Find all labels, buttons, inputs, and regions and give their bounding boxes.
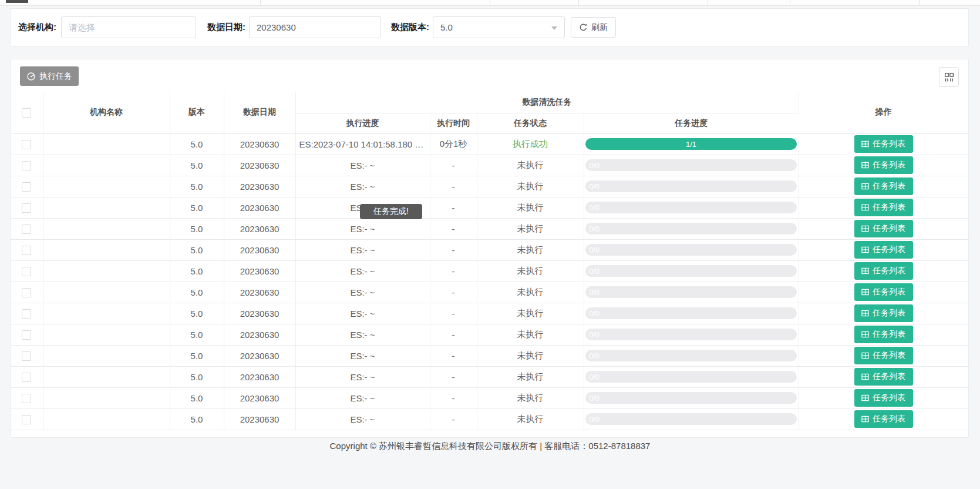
cell-version: 5.0 bbox=[170, 239, 224, 260]
cell-exec-progress: ES:2023-07-10 14:01:58.180 ~ E... bbox=[295, 133, 430, 155]
cell-org-name bbox=[43, 324, 170, 345]
cell-data-date: 20230630 bbox=[224, 366, 295, 387]
select-all-checkbox[interactable] bbox=[22, 108, 31, 118]
cell-task-status: 未执行 bbox=[477, 176, 584, 197]
table-row: 5.020230630ES:- ~-未执行0/0任务列表 bbox=[11, 387, 968, 408]
cell-select bbox=[11, 155, 43, 176]
row-checkbox[interactable] bbox=[22, 373, 31, 382]
cell-org-name bbox=[43, 155, 170, 176]
cell-task-progress: 0/0 bbox=[584, 197, 799, 218]
task-progress-label: 0/0 bbox=[589, 309, 600, 318]
task-progress-label: 0/0 bbox=[589, 373, 600, 381]
row-checkbox[interactable] bbox=[22, 225, 31, 234]
cell-exec-time: - bbox=[430, 176, 477, 197]
cell-select bbox=[11, 197, 43, 218]
row-checkbox[interactable] bbox=[22, 161, 31, 170]
table-row: 5.020230630ES:- ~-未执行0/0任务列表 bbox=[11, 324, 968, 345]
task-list-button[interactable]: 任务列表 bbox=[854, 135, 913, 153]
cell-data-date: 20230630 bbox=[224, 155, 295, 176]
task-list-button[interactable]: 任务列表 bbox=[854, 241, 913, 259]
refresh-label: 刷新 bbox=[591, 22, 608, 33]
task-list-button[interactable]: 任务列表 bbox=[854, 304, 913, 322]
task-progress-label: 0/0 bbox=[589, 225, 600, 233]
task-progress-label: 0/0 bbox=[589, 182, 600, 191]
cell-task-progress: 0/0 bbox=[584, 366, 799, 387]
task-progress-bar: 0/0 bbox=[585, 223, 797, 235]
row-checkbox[interactable] bbox=[22, 288, 31, 297]
cell-org-name bbox=[43, 176, 170, 197]
task-list-button[interactable]: 任务列表 bbox=[854, 262, 913, 280]
cell-task-progress: 0/0 bbox=[584, 155, 799, 176]
header-group-cleaning-task: 数据清洗任务 bbox=[295, 92, 799, 113]
data-date-input[interactable] bbox=[249, 16, 381, 38]
task-list-button[interactable]: 任务列表 bbox=[854, 156, 913, 174]
task-list-button[interactable]: 任务列表 bbox=[854, 347, 913, 364]
table-row: 5.020230630ES:- ~-未执行0/0任务列表 bbox=[11, 176, 968, 197]
task-progress-label: 0/0 bbox=[589, 288, 600, 297]
execute-task-label: 执行任务 bbox=[39, 71, 72, 82]
row-checkbox[interactable] bbox=[22, 351, 31, 361]
task-list-button[interactable]: 任务列表 bbox=[854, 389, 913, 407]
cell-version: 5.0 bbox=[170, 282, 224, 303]
task-progress-bar: 0/0 bbox=[585, 413, 797, 425]
chevron-down-icon bbox=[551, 26, 557, 30]
task-list-button[interactable]: 任务列表 bbox=[854, 177, 913, 195]
row-checkbox[interactable] bbox=[22, 140, 31, 149]
cell-exec-progress: ES:- ~ bbox=[295, 408, 430, 430]
row-checkbox[interactable] bbox=[22, 309, 31, 319]
refresh-button[interactable]: 刷新 bbox=[571, 17, 616, 38]
row-checkbox[interactable] bbox=[22, 267, 31, 276]
row-checkbox[interactable] bbox=[22, 246, 31, 255]
row-checkbox[interactable] bbox=[22, 203, 31, 213]
cell-exec-time: - bbox=[430, 387, 477, 408]
task-list-button[interactable]: 任务列表 bbox=[854, 220, 913, 237]
task-list-button[interactable]: 任务列表 bbox=[854, 283, 913, 301]
cell-version: 5.0 bbox=[170, 345, 224, 366]
task-progress-bar: 0/0 bbox=[585, 307, 797, 319]
grid-icon bbox=[861, 267, 869, 274]
task-list-button[interactable]: 任务列表 bbox=[854, 326, 913, 343]
cell-exec-time: - bbox=[430, 155, 477, 176]
cell-task-status: 未执行 bbox=[477, 197, 584, 218]
task-progress-label: 1/1 bbox=[686, 140, 696, 149]
task-list-label: 任务列表 bbox=[873, 202, 905, 213]
task-list-button[interactable]: 任务列表 bbox=[854, 410, 913, 428]
column-settings-button[interactable] bbox=[939, 67, 959, 87]
cell-exec-progress: ES:- ~ bbox=[295, 155, 430, 176]
cell-data-date: 20230630 bbox=[224, 133, 295, 155]
task-list-button[interactable]: 任务列表 bbox=[854, 199, 913, 216]
data-version-select[interactable]: 5.0 bbox=[433, 16, 565, 38]
org-select-label: 选择机构: bbox=[18, 22, 56, 33]
task-progress-bar: 0/0 bbox=[585, 159, 797, 171]
cell-exec-progress: ES:- ~ bbox=[295, 303, 430, 324]
execute-task-button[interactable]: 执行任务 bbox=[20, 66, 79, 86]
table-row: 5.020230630ES:- ~-未执行0/0任务列表 bbox=[11, 155, 968, 176]
task-list-button[interactable]: 任务列表 bbox=[854, 368, 913, 386]
cell-org-name bbox=[43, 197, 170, 218]
header-version: 版本 bbox=[170, 92, 224, 133]
org-select-input[interactable] bbox=[61, 16, 196, 38]
execute-icon bbox=[26, 72, 36, 81]
cell-task-status: 未执行 bbox=[477, 155, 584, 176]
filter-panel: 选择机构: 数据日期: 数据版本: 5.0 刷新 bbox=[10, 8, 969, 46]
cell-exec-time: - bbox=[430, 282, 477, 303]
task-progress-label: 0/0 bbox=[589, 161, 600, 170]
task-progress-label: 0/0 bbox=[589, 351, 600, 360]
task-progress-bar: 0/0 bbox=[585, 202, 797, 213]
columns-icon bbox=[944, 72, 955, 83]
row-checkbox[interactable] bbox=[22, 330, 31, 340]
task-list-label: 任务列表 bbox=[873, 181, 905, 192]
cell-task-progress: 0/0 bbox=[584, 303, 799, 324]
divider bbox=[578, 0, 579, 5]
row-checkbox[interactable] bbox=[22, 394, 31, 403]
cell-exec-time: - bbox=[430, 197, 477, 218]
cell-org-name bbox=[43, 366, 170, 387]
row-checkbox[interactable] bbox=[22, 182, 31, 192]
cell-select bbox=[11, 282, 43, 303]
row-checkbox[interactable] bbox=[22, 415, 31, 424]
cell-data-date: 20230630 bbox=[224, 197, 295, 218]
cell-task-progress: 0/0 bbox=[584, 176, 799, 197]
cell-action: 任务列表 bbox=[799, 133, 968, 155]
cell-exec-progress: ES:- ~ bbox=[295, 218, 430, 239]
cell-action: 任务列表 bbox=[799, 303, 968, 324]
